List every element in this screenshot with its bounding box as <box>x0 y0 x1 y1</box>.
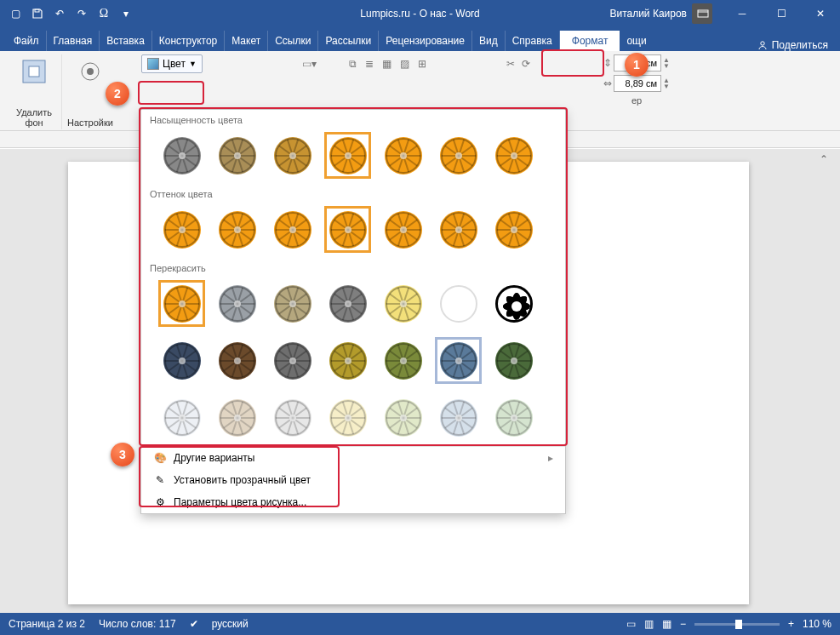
undo-icon[interactable]: ↶ <box>53 7 66 20</box>
maximize-button[interactable]: ☐ <box>762 0 801 27</box>
tab-design[interactable]: Конструктор <box>152 31 225 51</box>
color-swatch[interactable] <box>435 280 482 327</box>
tab-home[interactable]: Главная <box>47 31 100 51</box>
rotate-icon[interactable]: ⟳ <box>522 58 530 70</box>
group-remove-bg[interactable]: Удалить фон <box>7 54 62 129</box>
color-swatch[interactable] <box>324 132 371 179</box>
tab-review[interactable]: Рецензирование <box>379 31 472 51</box>
color-swatch[interactable] <box>324 337 371 384</box>
tab-references[interactable]: Ссылки <box>268 31 318 51</box>
color-swatch[interactable] <box>214 337 260 384</box>
remove-bg-icon <box>19 56 49 87</box>
save-icon[interactable] <box>31 7 44 20</box>
color-swatch[interactable] <box>324 206 371 253</box>
color-swatch[interactable] <box>214 280 260 327</box>
color-swatch[interactable] <box>214 206 260 253</box>
color-swatch[interactable] <box>380 337 426 384</box>
tab-insert[interactable]: Вставка <box>100 31 152 51</box>
picture-styles-icon[interactable]: ▭▾ <box>302 58 317 70</box>
svg-point-316 <box>455 358 462 364</box>
color-swatch[interactable] <box>324 280 371 327</box>
color-swatch[interactable] <box>324 394 371 441</box>
tab-help[interactable]: Справка <box>506 31 560 51</box>
word-count[interactable]: Число слов: 117 <box>99 618 176 630</box>
zoom-thumb[interactable] <box>735 620 742 629</box>
color-swatch[interactable] <box>158 337 205 384</box>
color-swatch[interactable] <box>435 337 482 384</box>
collapse-ribbon-icon[interactable]: ⌃ <box>820 153 833 167</box>
tab-view[interactable]: Вид <box>472 31 506 51</box>
color-swatch[interactable] <box>380 206 426 253</box>
svg-point-400 <box>455 415 462 421</box>
tab-mailings[interactable]: Рассылки <box>318 31 379 51</box>
zoom-level[interactable]: 110 % <box>803 618 831 630</box>
crop-icon[interactable]: ✂ <box>506 58 515 70</box>
bring-forward-icon[interactable]: ▦ <box>382 58 391 70</box>
color-swatch[interactable] <box>380 280 426 327</box>
quick-access-toolbar: ▢ ↶ ↷ Ω ▾ <box>0 7 141 20</box>
set-transparent-item[interactable]: ✎ Установить прозрачный цвет <box>141 469 565 491</box>
picture-color-options-item[interactable]: ⚙ Параметры цвета рисунка... <box>141 491 565 513</box>
color-swatch[interactable] <box>158 394 205 441</box>
color-swatch[interactable] <box>269 132 316 179</box>
spinner-icon[interactable]: ▲▼ <box>663 57 670 69</box>
saturation-row <box>141 127 565 184</box>
color-swatch[interactable] <box>490 280 537 327</box>
svg-point-67 <box>400 152 407 159</box>
zoom-in-icon[interactable]: + <box>788 618 794 630</box>
language-indicator[interactable]: русский <box>212 618 249 630</box>
color-swatch[interactable] <box>214 394 260 441</box>
color-swatch[interactable] <box>380 394 426 441</box>
color-swatch[interactable] <box>269 206 316 253</box>
svg-point-115 <box>234 226 241 233</box>
tab-layout[interactable]: Макет <box>225 31 268 51</box>
read-mode-icon[interactable]: ▭ <box>626 618 636 630</box>
callout-1: 1 <box>625 53 649 77</box>
share-button[interactable]: Поделиться <box>757 39 828 51</box>
color-swatch[interactable] <box>158 206 205 253</box>
align-icon[interactable]: ⊞ <box>418 58 426 70</box>
redo-icon[interactable]: ↷ <box>75 7 89 20</box>
color-button[interactable]: Цвет ▼ <box>141 54 203 73</box>
tab-format[interactable]: Формат <box>560 31 620 51</box>
color-swatch[interactable] <box>380 132 426 179</box>
spellcheck-icon[interactable]: ✔ <box>190 618 198 630</box>
qat-more-icon[interactable]: ▾ <box>119 7 133 20</box>
arrange-icons[interactable]: ⧉ ≣ ▦ ▨ ⊞ <box>349 58 426 70</box>
position-icon[interactable]: ⧉ <box>349 58 357 70</box>
more-variants-item[interactable]: 🎨 Другие варианты ▸ <box>141 447 565 469</box>
color-swatch[interactable] <box>158 280 205 327</box>
color-swatch[interactable] <box>269 337 316 384</box>
zoom-out-icon[interactable]: − <box>680 618 686 630</box>
crop-group[interactable]: ✂ ⟳ <box>506 58 530 70</box>
color-swatch[interactable] <box>158 132 205 179</box>
print-layout-icon[interactable]: ▥ <box>644 618 654 630</box>
tab-overflow[interactable]: ощи <box>620 31 653 51</box>
web-layout-icon[interactable]: ▦ <box>662 618 671 630</box>
color-swatch[interactable] <box>269 394 316 441</box>
ribbon-display-icon[interactable] <box>683 0 723 27</box>
zoom-slider[interactable] <box>694 623 780 626</box>
width-input[interactable] <box>614 75 661 92</box>
color-swatch[interactable] <box>490 394 537 441</box>
svg-point-31 <box>234 152 241 159</box>
send-backward-icon[interactable]: ▨ <box>400 58 409 70</box>
omega-icon[interactable]: Ω <box>97 7 111 20</box>
spinner-icon[interactable]: ▲▼ <box>663 77 670 89</box>
close-button[interactable]: ✕ <box>801 0 840 27</box>
tab-file[interactable]: Файл <box>7 31 47 51</box>
color-swatch[interactable] <box>490 337 537 384</box>
color-swatch[interactable] <box>269 280 316 327</box>
color-swatch[interactable] <box>435 132 482 179</box>
color-swatch[interactable] <box>490 206 537 253</box>
autosave-icon[interactable]: ▢ <box>9 7 22 20</box>
svg-point-244 <box>511 301 522 312</box>
wrap-text-icon[interactable]: ≣ <box>365 58 374 70</box>
color-swatch[interactable] <box>435 206 482 253</box>
user-name-label: Виталий Каиров <box>609 8 687 20</box>
color-swatch[interactable] <box>490 132 537 179</box>
color-swatch[interactable] <box>214 132 260 179</box>
page-indicator[interactable]: Страница 2 из 2 <box>9 618 85 630</box>
minimize-button[interactable]: ─ <box>723 0 762 27</box>
color-swatch[interactable] <box>435 394 482 441</box>
